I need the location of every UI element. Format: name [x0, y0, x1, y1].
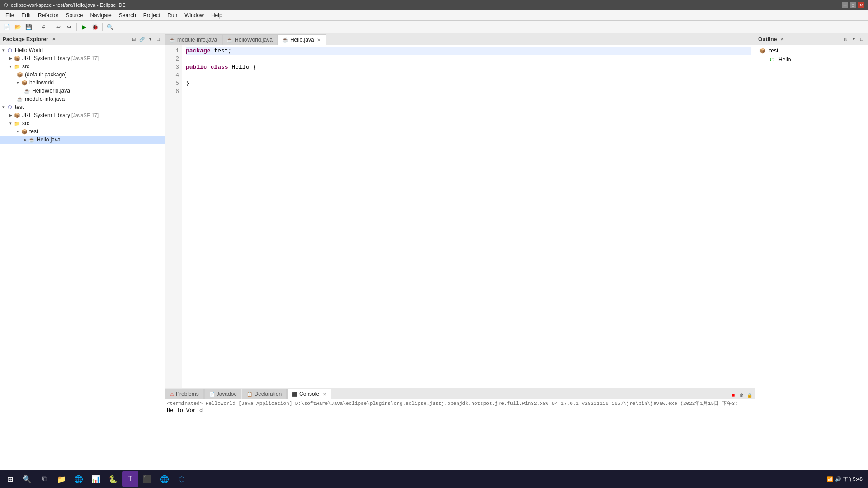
close-hello-tab[interactable]: ✕ [316, 37, 321, 42]
panel-actions: ⊟ 🔗 ▾ □ [130, 36, 162, 43]
toggle-hellojava[interactable]: ▶ [22, 136, 28, 143]
toggle-src-helloworld[interactable]: ▾ [7, 63, 14, 70]
package-explorer-label: Package Explorer [3, 36, 48, 42]
menu-file[interactable]: File [2, 11, 18, 19]
systray-volume: 🔊 [835, 476, 841, 482]
toolbar-run[interactable]: ▶ [79, 22, 89, 32]
code-line-6 [186, 88, 751, 96]
toolbar-save[interactable]: 💾 [24, 22, 33, 32]
tree-default-package[interactable]: 📦 (default package) [0, 70, 165, 79]
taskbar-terminal[interactable]: ⬛ [139, 471, 156, 487]
tree-test-package[interactable]: ▾ 📦 test [0, 127, 165, 136]
taskbar-t-icon[interactable]: T [122, 471, 138, 487]
toggle-jre-helloworld[interactable]: ▶ [7, 55, 14, 61]
tab-problems[interactable]: ⚠ Problems [165, 389, 204, 399]
maximize-button[interactable]: □ [850, 2, 856, 8]
tree-helloworld-package[interactable]: ▾ 📦 helloworld [0, 79, 165, 87]
package-explorer-header: Package Explorer ✕ ⊟ 🔗 ▾ □ [0, 33, 165, 45]
outline-menu-button[interactable]: ▾ [850, 36, 857, 43]
tab-module-info[interactable]: ☕ module-info.java [165, 34, 222, 45]
outline-item-test[interactable]: 📦 test [755, 46, 868, 55]
panel-maximize-button[interactable]: □ [155, 36, 162, 43]
outline-actions: ⇅ ▾ □ [842, 36, 865, 43]
toggle-helloworld[interactable]: ▾ [0, 47, 6, 53]
taskbar-task-view[interactable]: ⧉ [36, 471, 52, 487]
close-console-tab[interactable]: ✕ [323, 392, 326, 397]
tab-helloworld-java[interactable]: ☕ HelloWorld.java [222, 34, 278, 45]
toolbar-open[interactable]: 📂 [13, 22, 23, 32]
tab-hello-java[interactable]: ☕ Hello.java ✕ [278, 34, 326, 45]
toolbar-print[interactable]: 🖨 [38, 22, 48, 32]
toolbar-new[interactable]: 📄 [2, 22, 12, 32]
minimize-button[interactable]: ─ [842, 2, 848, 8]
java-icon-tab2: ☕ [226, 37, 233, 43]
taskbar-python[interactable]: 🐍 [105, 471, 121, 487]
outline-close-icon[interactable]: ✕ [780, 37, 784, 42]
main-layout: Package Explorer ✕ ⊟ 🔗 ▾ □ ▾ ⬡ Hello Wor… [0, 33, 868, 478]
toolbar-debug[interactable]: 🐞 [90, 22, 100, 32]
tree-project-helloworld[interactable]: ▾ ⬡ Hello World [0, 46, 165, 54]
start-button[interactable]: ⊞ [2, 471, 18, 487]
title-bar: ⬡ eclipse-workspace - test/src/Hello.jav… [0, 0, 868, 10]
tree-jre-helloworld[interactable]: ▶ 📦 JRE System Library [JavaSE-17] [0, 54, 165, 62]
outline-maximize-button[interactable]: □ [858, 36, 865, 43]
toggle-test-package[interactable]: ▾ [14, 128, 21, 135]
menu-edit[interactable]: Edit [18, 11, 34, 19]
toolbar-sep-3 [76, 23, 77, 31]
tab-label-console: Console [299, 391, 319, 397]
menu-project[interactable]: Project [140, 11, 164, 19]
menu-navigate[interactable]: Navigate [86, 11, 115, 19]
taskbar-browser2[interactable]: 🌐 [156, 471, 173, 487]
taskbar-search-icon[interactable]: 🔍 [19, 471, 35, 487]
line-numbers: 1 2 3 4 5 6 [165, 45, 182, 388]
tree-moduleinfojava[interactable]: ☕ module-info.java [0, 95, 165, 103]
taskbar-chrome[interactable]: 🌐 [71, 471, 87, 487]
tree-project-test[interactable]: ▾ ⬡ test [0, 103, 165, 111]
menu-run[interactable]: Run [164, 11, 181, 19]
close-icon[interactable]: ✕ [52, 37, 56, 42]
outline-item-hello[interactable]: C Hello [755, 55, 868, 64]
package-explorer-panel: Package Explorer ✕ ⊟ 🔗 ▾ □ ▾ ⬡ Hello Wor… [0, 33, 165, 478]
app-icon: ⬡ [4, 2, 8, 8]
toggle-helloworld-package[interactable]: ▾ [14, 80, 21, 86]
toolbar-sep-2 [51, 23, 51, 31]
menu-source[interactable]: Source [62, 11, 86, 19]
toggle-src-test[interactable]: ▾ [7, 120, 14, 127]
toolbar-redo[interactable]: ↪ [64, 22, 74, 32]
code-line-2 [186, 55, 751, 63]
menu-help[interactable]: Help [208, 11, 226, 19]
tree-helloworldjava[interactable]: ☕ HelloWorld.java [0, 87, 165, 95]
collapse-all-button[interactable]: ⊟ [130, 36, 137, 43]
test-package-label: test [29, 128, 38, 135]
menu-window[interactable]: Window [181, 11, 208, 19]
terminate-button[interactable]: ■ [730, 391, 737, 399]
code-content[interactable]: package test; public class Hello { } [182, 45, 755, 388]
close-button[interactable]: ✕ [858, 2, 864, 8]
tab-javadoc[interactable]: 📄 Javadoc [204, 389, 242, 399]
outline-package-icon: 📦 [759, 47, 766, 54]
tree-jre-test[interactable]: ▶ 📦 JRE System Library [JavaSE-17] [0, 111, 165, 119]
panel-menu-button[interactable]: ▾ [146, 36, 154, 43]
moduleinfo-label: module-info.java [25, 96, 65, 102]
tab-console[interactable]: ⬛ Console ✕ [287, 389, 331, 399]
menu-refactor[interactable]: Refactor [34, 11, 62, 19]
tree-src-test[interactable]: ▾ 📁 src [0, 119, 165, 127]
outline-title: Outline ✕ [758, 36, 784, 42]
taskbar-file-explorer[interactable]: 📁 [53, 471, 70, 487]
tree-src-helloworld[interactable]: ▾ 📁 src [0, 62, 165, 70]
taskbar-excel[interactable]: 📊 [88, 471, 104, 487]
toolbar-undo[interactable]: ↩ [53, 22, 63, 32]
taskbar-eclipse[interactable]: ⬡ [174, 471, 190, 487]
tab-declaration[interactable]: 📋 Declaration [242, 389, 287, 399]
toolbar-search[interactable]: 🔍 [105, 22, 115, 32]
scroll-lock-button[interactable]: 🔒 [746, 391, 753, 399]
link-editor-button[interactable]: 🔗 [138, 36, 146, 43]
tree-hellojava[interactable]: ▶ ☕ Hello.java [0, 136, 165, 144]
code-editor[interactable]: 1 2 3 4 5 6 package test; public class H… [165, 45, 755, 388]
clear-console-button[interactable]: 🗑 [738, 391, 745, 399]
toggle-jre-test[interactable]: ▶ [7, 112, 14, 118]
menu-search[interactable]: Search [115, 11, 140, 19]
outline-sort-button[interactable]: ⇅ [842, 36, 849, 43]
toggle-test-project[interactable]: ▾ [0, 104, 6, 110]
tab-label-helloworld: HelloWorld.java [235, 37, 273, 43]
